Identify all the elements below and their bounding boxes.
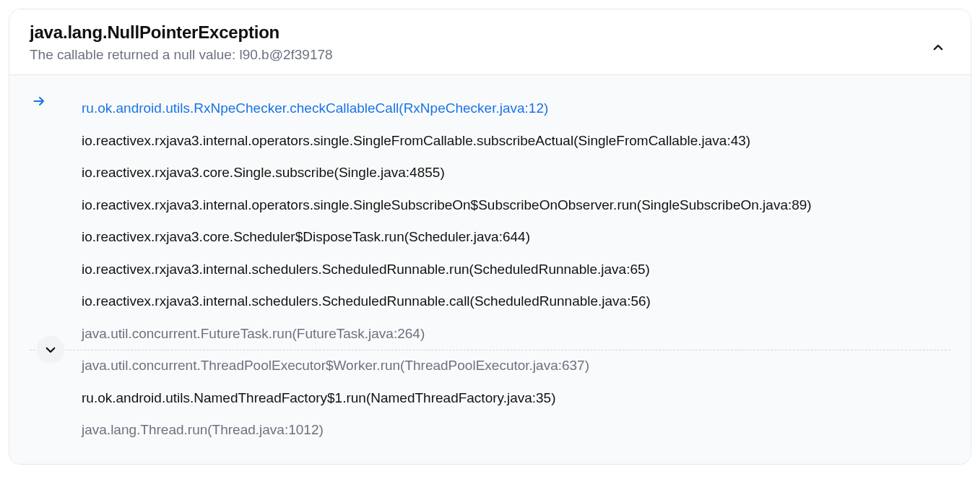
- expand-frames-button[interactable]: [37, 336, 64, 363]
- collapse-button[interactable]: [926, 35, 950, 60]
- frame-icon-column: [30, 285, 82, 287]
- chevron-down-icon: [44, 343, 57, 356]
- stack-frame-text[interactable]: ru.ok.android.utils.RxNpeChecker.checkCa…: [82, 92, 950, 125]
- stack-trace-body: ru.ok.android.utils.RxNpeChecker.checkCa…: [9, 74, 971, 464]
- frame-icon-column: [30, 221, 82, 223]
- frame-icon-column: [30, 414, 82, 416]
- stack-frame-text: io.reactivex.rxjava3.internal.operators.…: [82, 125, 950, 158]
- stack-frame-text: java.util.concurrent.FutureTask.run(Futu…: [82, 318, 950, 350]
- stack-frame: io.reactivex.rxjava3.internal.operators.…: [30, 125, 950, 158]
- frame-icon-column: [30, 92, 82, 108]
- frame-icon-column: [30, 318, 82, 319]
- stack-frame: io.reactivex.rxjava3.core.Scheduler$Disp…: [30, 221, 950, 254]
- exception-card: java.lang.NullPointerException The calla…: [9, 9, 971, 465]
- stack-frame: ru.ok.android.utils.NamedThreadFactory$1…: [30, 382, 950, 415]
- stack-frame-text: io.reactivex.rxjava3.core.Scheduler$Disp…: [82, 221, 950, 254]
- arrow-right-icon: [32, 94, 47, 108]
- exception-header[interactable]: java.lang.NullPointerException The calla…: [9, 9, 971, 74]
- stack-frame-text: java.util.concurrent.ThreadPoolExecutor$…: [82, 350, 950, 382]
- stack-frame: io.reactivex.rxjava3.core.Single.subscri…: [30, 157, 950, 189]
- stack-frame: io.reactivex.rxjava3.internal.operators.…: [30, 189, 950, 222]
- stack-frame: java.util.concurrent.FutureTask.run(Futu…: [30, 318, 950, 350]
- header-text-block: java.lang.NullPointerException The calla…: [30, 22, 926, 63]
- frame-icon-column: [30, 254, 82, 255]
- stack-frame: io.reactivex.rxjava3.internal.schedulers…: [30, 285, 950, 318]
- stack-frame: io.reactivex.rxjava3.internal.schedulers…: [30, 254, 950, 286]
- frame-icon-column: [30, 189, 82, 191]
- stack-frame: java.lang.Thread.run(Thread.java:1012): [30, 414, 950, 447]
- stack-frame-text: io.reactivex.rxjava3.core.Single.subscri…: [82, 157, 950, 189]
- frame-icon-column: [30, 125, 82, 126]
- frame-icon-column: [30, 157, 82, 158]
- stack-frame-text: java.lang.Thread.run(Thread.java:1012): [82, 414, 950, 447]
- stack-frame[interactable]: ru.ok.android.utils.RxNpeChecker.checkCa…: [30, 92, 950, 125]
- exception-title: java.lang.NullPointerException: [30, 22, 926, 43]
- stack-frame: java.util.concurrent.ThreadPoolExecutor$…: [30, 350, 950, 382]
- chevron-up-icon: [932, 41, 945, 54]
- stack-frame-text: ru.ok.android.utils.NamedThreadFactory$1…: [82, 382, 950, 415]
- stack-frame-text: io.reactivex.rxjava3.internal.operators.…: [82, 189, 950, 222]
- frame-icon-column: [30, 382, 82, 384]
- stack-frame-text: io.reactivex.rxjava3.internal.schedulers…: [82, 254, 950, 286]
- stack-frame-text: io.reactivex.rxjava3.internal.schedulers…: [82, 285, 950, 318]
- exception-subtitle: The callable returned a null value: l90.…: [30, 47, 926, 63]
